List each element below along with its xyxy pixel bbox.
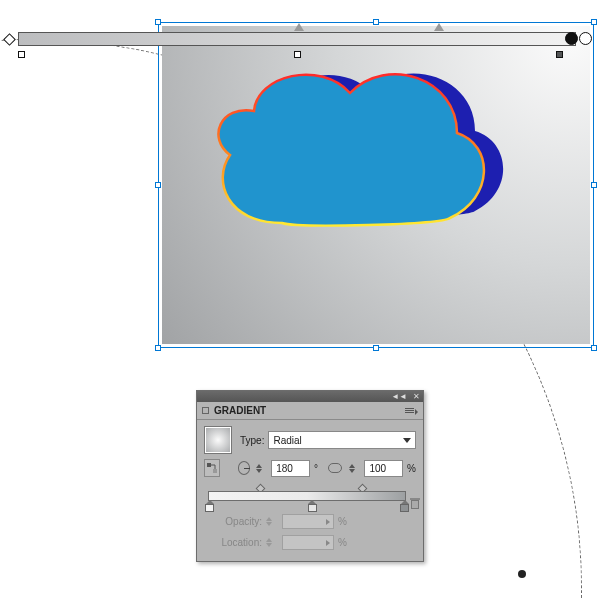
panel-menu-icon[interactable]: [405, 406, 418, 416]
panel-close-icon[interactable]: ✕: [413, 392, 420, 401]
gradient-swatch[interactable]: [204, 426, 232, 454]
location-label: Location:: [204, 537, 262, 548]
dropdown-arrow-icon: [403, 438, 411, 443]
panel-header: GRADIENT: [197, 402, 423, 420]
ramp-stop-1[interactable]: [205, 500, 214, 512]
svg-rect-0: [207, 463, 211, 467]
aspect-input[interactable]: 100: [364, 460, 403, 477]
opacity-input: [282, 514, 334, 529]
angle-icon: [238, 461, 251, 475]
ramp-stop-2[interactable]: [308, 500, 317, 512]
resize-handle-nw[interactable]: [155, 19, 161, 25]
resize-handle-n[interactable]: [373, 19, 379, 25]
opacity-unit: %: [338, 516, 347, 527]
angle-unit: °: [314, 463, 318, 474]
opacity-row: Opacity: %: [204, 513, 416, 530]
panel-title: GRADIENT: [214, 405, 405, 416]
aspect-stepper[interactable]: [349, 460, 358, 477]
panel-tabbar: ◄◄ ✕: [197, 391, 423, 402]
resize-handle-e[interactable]: [591, 182, 597, 188]
aspect-unit: %: [407, 463, 416, 474]
gradient-panel: ◄◄ ✕ GRADIENT Type: Radial 180 ° 10: [196, 390, 424, 562]
cloud-shape[interactable]: [202, 63, 492, 253]
gradient-type-select[interactable]: Radial: [268, 431, 416, 449]
location-input: [282, 535, 334, 550]
angle-input[interactable]: 180: [271, 460, 310, 477]
delete-stop-button[interactable]: [410, 498, 420, 510]
opacity-stepper: [266, 513, 276, 530]
location-stepper: [266, 534, 276, 551]
gradient-type-value: Radial: [273, 435, 301, 446]
panel-toggle-icon[interactable]: [202, 407, 209, 414]
panel-collapse-icon[interactable]: ◄◄: [391, 392, 407, 401]
svg-rect-1: [213, 469, 217, 473]
resize-handle-ne[interactable]: [591, 19, 597, 25]
reverse-gradient-button[interactable]: [204, 459, 220, 477]
opacity-label: Opacity:: [204, 516, 262, 527]
radial-endpoint-handle[interactable]: [518, 570, 526, 578]
type-label: Type:: [240, 435, 264, 446]
canvas[interactable]: [162, 26, 590, 344]
ramp-stop-3[interactable]: [400, 500, 409, 512]
location-row: Location: %: [204, 534, 416, 551]
location-unit: %: [338, 537, 347, 548]
aspect-icon: [328, 463, 343, 473]
angle-stepper[interactable]: [256, 460, 265, 477]
gradient-ramp[interactable]: [204, 483, 416, 509]
reverse-icon: [206, 462, 218, 474]
resize-handle-se[interactable]: [591, 345, 597, 351]
